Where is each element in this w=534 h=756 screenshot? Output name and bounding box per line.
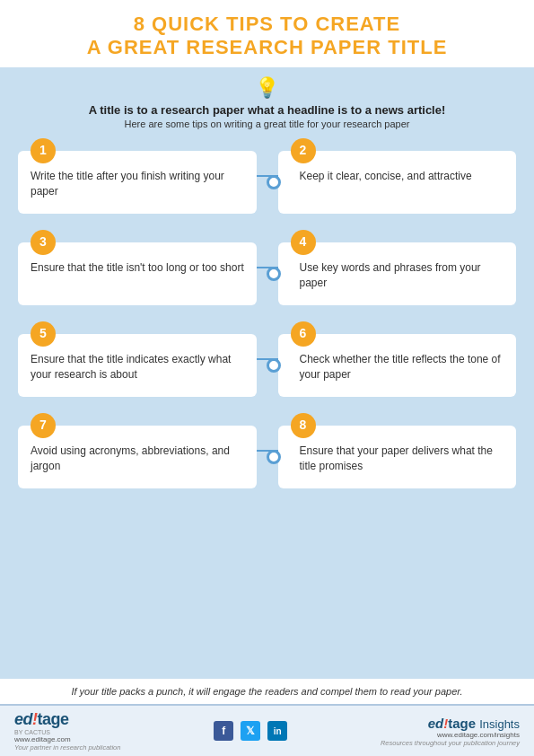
tip-badge-5: 5 [31, 321, 56, 347]
tip-text-4: Use key words and phrases from your pape… [300, 260, 508, 291]
brand-left: ed!tage BY CACTUS www.editage.com Your p… [14, 710, 120, 752]
tip-item-1: 1 Write the title after you finish writi… [18, 151, 257, 214]
bulb-icon: 💡 [18, 76, 516, 100]
main-title: 8 QUICK TIPS TO CREATE A GREAT RESEARCH … [18, 13, 516, 60]
tip-badge-6: 6 [291, 321, 316, 347]
tip-badge-3: 3 [31, 230, 56, 255]
brand-url: www.editage.com [14, 735, 71, 743]
page: 8 QUICK TIPS TO CREATE A GREAT RESEARCH … [0, 0, 534, 756]
tip-row-4: 7 Avoid using acronyms, abbreviations, a… [18, 413, 516, 488]
editage-insights-logo: ed!tage Insights [428, 716, 520, 731]
social-icons: f 𝕏 in [214, 721, 287, 741]
tips-section: 1 Write the title after you finish writi… [18, 138, 516, 672]
connector-dot-3 [267, 358, 281, 373]
insights-tagline: Resources throughout your publication jo… [381, 739, 520, 747]
footer-quote: If your title packs a punch, it will eng… [0, 679, 534, 704]
insights-url: www.editage.com/insights [437, 731, 520, 739]
tip-item-3: 3 Ensure that the title isn't too long o… [18, 242, 257, 305]
quote-text: If your title packs a punch, it will eng… [71, 686, 462, 697]
header: 8 QUICK TIPS TO CREATE A GREAT RESEARCH … [0, 0, 534, 67]
connector-dot-1 [267, 175, 281, 189]
tip-item-7: 7 Avoid using acronyms, abbreviations, a… [18, 426, 257, 488]
tip-row-1: 1 Write the title after you finish writi… [18, 138, 516, 214]
tip-item-2: 2 Keep it clear, concise, and attractive [278, 151, 517, 214]
connector-dot-4 [267, 450, 281, 464]
tip-text-7: Avoid using acronyms, abbreviations, and… [31, 444, 248, 474]
tip-text-6: Check whether the title reflects the ton… [300, 352, 508, 382]
tip-item-5: 5 Ensure that the title indicates exactl… [18, 334, 257, 397]
tip-item-8: 8 Ensure that your paper delivers what t… [278, 426, 517, 488]
subtitle-light: Here are some tips on writing a great ti… [18, 119, 516, 129]
tip-badge-1: 1 [31, 138, 56, 163]
connector-dot-2 [267, 267, 281, 281]
tip-badge-4: 4 [291, 230, 316, 255]
by-cactus: BY CACTUS [14, 729, 50, 735]
brand-right: ed!tage Insights www.editage.com/insight… [381, 716, 520, 747]
facebook-icon[interactable]: f [214, 721, 233, 741]
title-line1: 8 QUICK TIPS TO CREATE [18, 13, 516, 36]
subtitle-bold: A title is to a research paper what a he… [18, 103, 516, 117]
tip-row-3: 5 Ensure that the title indicates exactl… [18, 321, 516, 397]
bottom-bar: ed!tage BY CACTUS www.editage.com Your p… [0, 704, 534, 756]
editage-logo: ed!tage [14, 710, 69, 729]
linkedin-icon[interactable]: in [267, 721, 287, 741]
main-content: 💡 A title is to a research paper what a … [0, 67, 534, 679]
twitter-icon[interactable]: 𝕏 [241, 721, 260, 741]
tip-item-4: 4 Use key words and phrases from your pa… [278, 242, 517, 305]
tip-text-3: Ensure that the title isn't too long or … [31, 260, 244, 276]
tip-badge-7: 7 [31, 413, 56, 438]
tip-row-2: 3 Ensure that the title isn't too long o… [18, 230, 516, 305]
tip-item-6: 6 Check whether the title reflects the t… [278, 334, 517, 397]
tip-text-8: Ensure that your paper delivers what the… [300, 444, 508, 474]
tip-text-1: Write the title after you finish writing… [31, 169, 248, 199]
title-line2: A GREAT RESEARCH PAPER TITLE [18, 36, 516, 59]
tip-badge-2: 2 [291, 138, 316, 163]
brand-tagline: Your partner in research publication [14, 743, 120, 752]
tip-text-5: Ensure that the title indicates exactly … [31, 352, 248, 382]
tip-badge-8: 8 [291, 413, 316, 438]
tip-text-2: Keep it clear, concise, and attractive [300, 169, 472, 184]
